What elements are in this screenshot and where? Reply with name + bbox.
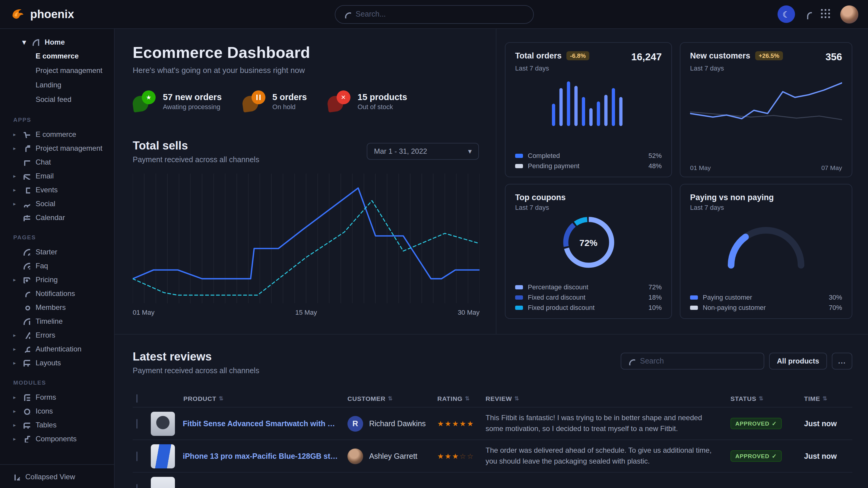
legend-swatch xyxy=(515,154,523,158)
clock-icon xyxy=(22,317,30,325)
column-time[interactable]: TIME⇅ xyxy=(804,395,852,402)
sidebar-item-social[interactable]: Social xyxy=(0,197,114,210)
select-all-checkbox[interactable] xyxy=(136,394,137,402)
date-range-select[interactable]: Mar 1 - 31, 2022 ▾ xyxy=(367,143,479,160)
phoenix-logo-icon xyxy=(11,7,25,22)
stat-caption: Awating processing xyxy=(163,103,222,110)
reviews-title: Latest reviews xyxy=(133,350,259,363)
product-link[interactable]: Fitbit Sense Advanced Smartwatch with To… xyxy=(183,419,347,428)
legend-value: 10% xyxy=(648,304,662,311)
kpi-cards: Total orders -6.8% 16,247 Last 7 days Co… xyxy=(496,29,868,334)
legend-swatch xyxy=(515,285,523,289)
sidebar-item-members[interactable]: Members xyxy=(0,300,114,314)
sidebar-section-apps: APPS xyxy=(0,107,114,127)
apps-grid-button[interactable] xyxy=(821,9,831,19)
row-checkbox[interactable] xyxy=(136,451,137,461)
sidebar-item-notifications[interactable]: Notifications xyxy=(0,286,114,300)
card-value: 356 xyxy=(826,51,842,63)
sidebar-item-faq[interactable]: Faq xyxy=(0,259,114,272)
legend-value: 70% xyxy=(829,304,842,311)
stat-caption: On hold xyxy=(272,103,307,110)
legend-swatch xyxy=(690,305,698,310)
customer-name: Ashley Garrett xyxy=(369,452,417,460)
sidebar-item-tables[interactable]: Tables xyxy=(0,418,114,432)
check-icon: ✓ xyxy=(772,453,777,459)
flag-icon xyxy=(22,186,30,194)
star-icon: ★ xyxy=(445,419,453,428)
column-review[interactable]: REVIEW⇅ xyxy=(486,395,731,402)
column-product[interactable]: PRODUCT⇅ xyxy=(151,395,347,402)
customer-avatar: R xyxy=(347,416,363,431)
reviews-table: PRODUCT⇅ CUSTOMER⇅ RATING⇅ REVIEW⇅ STATU… xyxy=(133,389,852,488)
sidebar-item-label: Timeline xyxy=(36,317,63,325)
sidebar-item-label: Icons xyxy=(36,406,53,415)
sort-icon: ⇅ xyxy=(219,395,223,401)
notifications-button[interactable] xyxy=(804,9,812,19)
pause-icon xyxy=(256,95,260,100)
legend-swatch xyxy=(515,295,523,299)
sidebar-item-label: Errors xyxy=(36,331,55,339)
sidebar-item-label: Authentication xyxy=(36,345,82,353)
more-options-button[interactable]: ... xyxy=(832,353,852,369)
star-icon: ☆ xyxy=(467,452,474,460)
sidebar-item-layouts[interactable]: Layouts xyxy=(0,356,114,369)
sidebar: Home E commerce Project management Landi… xyxy=(0,29,115,488)
sidebar-item-project-management-dashboard[interactable]: Project management xyxy=(0,63,114,78)
new-orders-icon: ★ xyxy=(133,90,156,111)
sort-icon: ⇅ xyxy=(759,395,764,401)
sidebar-item-icons[interactable]: Icons xyxy=(0,404,114,418)
sidebar-item-label: Project management xyxy=(36,66,102,75)
customer-name: Richard Dawkins xyxy=(369,419,426,428)
all-products-button[interactable]: All products xyxy=(769,353,827,369)
page-subtitle: Here's what's going on at your business … xyxy=(133,66,479,75)
dark-mode-toggle[interactable]: ☾ xyxy=(777,5,795,23)
star-icon: ★ xyxy=(146,94,151,101)
star-icon: ★ xyxy=(437,452,445,460)
sidebar-item-home[interactable]: Home xyxy=(0,35,114,49)
sidebar-item-project-management[interactable]: Project management xyxy=(0,141,114,155)
puzzle-icon xyxy=(22,435,30,443)
star-icon: ★ xyxy=(452,452,460,460)
sidebar-item-events[interactable]: Events xyxy=(0,183,114,197)
sidebar-item-label: Home xyxy=(44,38,65,46)
sidebar-item-ecommerce-dashboard[interactable]: E commerce xyxy=(0,49,114,63)
column-rating[interactable]: RATING⇅ xyxy=(437,395,486,402)
brand-name: phoenix xyxy=(30,7,74,21)
sidebar-item-authentication[interactable]: Authentication xyxy=(0,342,114,356)
sidebar-item-social-feed[interactable]: Social feed xyxy=(0,92,114,107)
stat-value: 57 new orders xyxy=(163,92,222,102)
table-row: Fitbit Sense Advanced Smartwatch with To… xyxy=(133,408,852,440)
sidebar-item-chat[interactable]: Chat xyxy=(0,155,114,169)
calendar-icon xyxy=(22,214,30,221)
reviews-search-input[interactable] xyxy=(640,357,757,365)
paying-legend: Paying customer30% Non-paying customer70… xyxy=(690,294,842,311)
brand[interactable]: phoenix xyxy=(11,7,74,22)
review-text: The order was delivered ahead of schedul… xyxy=(486,446,731,466)
navbar-actions: ☾ xyxy=(777,5,858,23)
share-icon xyxy=(22,199,30,207)
global-search-input[interactable] xyxy=(355,10,525,19)
user-avatar[interactable] xyxy=(840,5,858,23)
sidebar-item-landing[interactable]: Landing xyxy=(0,78,114,92)
row-checkbox[interactable] xyxy=(136,419,137,428)
reviews-search[interactable] xyxy=(621,353,764,369)
sidebar-item-pricing[interactable]: Pricing xyxy=(0,272,114,286)
sidebar-item-email[interactable]: Email xyxy=(0,169,114,183)
sidebar-item-forms[interactable]: Forms xyxy=(0,390,114,404)
collapsed-view-toggle[interactable]: Collapsed View xyxy=(0,464,114,488)
star-icon: ★ xyxy=(445,452,453,460)
sidebar-item-timeline[interactable]: Timeline xyxy=(0,314,114,328)
sidebar-item-errors[interactable]: Errors xyxy=(0,328,114,342)
product-link[interactable]: iPhone 13 pro max-Pacific Blue-128GB sto… xyxy=(183,452,347,460)
sidebar-item-components[interactable]: Components xyxy=(0,432,114,446)
row-checkbox[interactable] xyxy=(136,484,137,488)
column-status[interactable]: STATUS⇅ xyxy=(731,395,804,402)
sidebar-item-starter[interactable]: Starter xyxy=(0,245,114,259)
dashboard-top-section: Ecommerce Dashboard Here's what's going … xyxy=(115,29,868,334)
total-sells-chart xyxy=(133,174,479,305)
delta-badge: -6.8% xyxy=(566,51,589,60)
sidebar-item-calendar[interactable]: Calendar xyxy=(0,210,114,224)
global-search[interactable] xyxy=(335,5,533,24)
sidebar-item-ecommerce[interactable]: E commerce xyxy=(0,127,114,141)
column-customer[interactable]: CUSTOMER⇅ xyxy=(347,395,437,402)
